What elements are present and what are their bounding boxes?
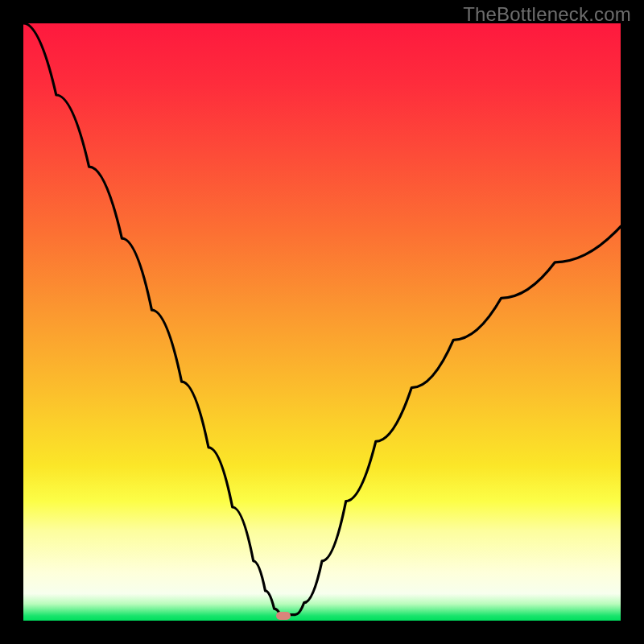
watermark-text: TheBottleneck.com [463,3,631,26]
plot-area [23,23,621,621]
chart-frame: TheBottleneck.com [0,0,644,644]
optimal-point-marker [276,612,291,620]
bottleneck-curve [23,23,621,621]
